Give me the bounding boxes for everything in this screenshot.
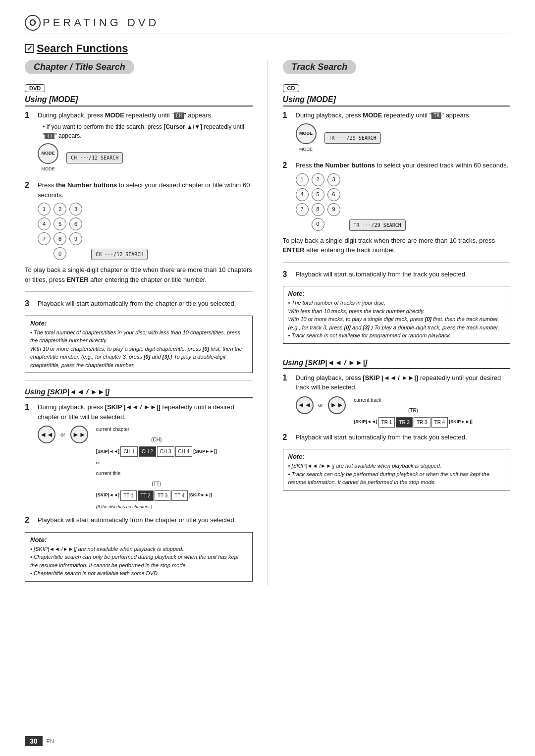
right-step-2: 2 Press the Number buttons to select you… (283, 161, 511, 231)
right-skip-1-text: During playback, press [SKIP |◄◄ / ►►|] … (296, 373, 511, 392)
right-skip-num-1: 1 (283, 373, 292, 382)
right-num-btn-5: 5 (312, 188, 324, 201)
num-btn-5: 5 (54, 217, 66, 230)
page-number: 30 (25, 736, 43, 746)
right-skip-rew-btn: ◄◄ (296, 396, 314, 414)
right-numpad-diagram: 1 2 3 4 5 6 7 8 9 0 (296, 173, 511, 231)
ch-row: [SKIP|◄◄] CH 1 CH 2 CH 3 CH 4 [SKIP►►|] (96, 446, 217, 457)
right-skip-btn-row: ◄◄ or ►► (296, 396, 346, 414)
right-note-text: • The total number of tracks in your dis… (288, 299, 505, 340)
left-skip-note-text: • [SKIP|◄◄ /►►|] are not available when … (30, 545, 247, 578)
right-skip-heading: Using [SKIP|◄◄ / ►►|] (283, 358, 511, 369)
right-column: Track Search CD Using [MODE] 1 During pl… (268, 60, 511, 586)
num-btn-7: 7 (38, 232, 51, 245)
skip-fwd-btn: ►► (70, 426, 88, 443)
step-3-text: Playback will start automatically from t… (38, 299, 253, 309)
right-num-btn-1: 1 (296, 173, 309, 186)
tr2-box: TR 2 (396, 417, 413, 428)
right-skip-2-content: Playback will start automatically from t… (296, 432, 511, 444)
right-skip-btn-group: ◄◄ or ►► (296, 396, 346, 414)
section-title: Search Functions (25, 42, 510, 55)
ch4-box: CH 4 (175, 446, 193, 457)
tr-row: [SKIP|◄◄] TR 1 TR 2 TR 3 TR 4 [SKIP►►|] (354, 417, 472, 428)
ch1-box: CH 1 (120, 446, 138, 457)
left-step-1: 1 During playback, press MODE repeatedly… (25, 110, 253, 175)
right-step-num-2: 2 (283, 161, 292, 170)
numpad-grid: 1 2 3 4 5 6 7 8 9 0 (38, 203, 83, 260)
right-num-btn-3: 3 (327, 173, 340, 186)
skip-step-1-content: During playback, press [SKIP |◄◄ / ►►|] … (38, 402, 253, 510)
skip-step-1-text: During playback, press [SKIP |◄◄ / ►►|] … (38, 402, 253, 422)
right-skip-note-text: • [SKIP|◄◄ /►►|] are not available when … (288, 462, 505, 486)
page-footer: 30 EN (25, 736, 54, 746)
right-skip-num-2: 2 (283, 432, 292, 442)
right-step-2-text: Press the Number buttons to select your … (296, 161, 511, 170)
skip-btn-row: ◄◄ or ►► (38, 426, 88, 443)
right-step-1: 1 During playback, press MODE repeatedly… (283, 110, 511, 156)
num-btn-2: 2 (54, 203, 66, 216)
ch2-box: CH 2 (139, 446, 156, 457)
step-num-3: 3 (25, 299, 34, 308)
skip-step-num-2: 2 (25, 515, 34, 525)
tt-arrow: (TT) (96, 480, 217, 487)
num-btn-6: 6 (69, 217, 82, 230)
step-num-2: 2 (25, 180, 34, 190)
ch-arrow: (CH) (96, 436, 217, 443)
right-skip-fwd-btn: ►► (328, 396, 346, 414)
tr1-box: TR 1 (378, 417, 395, 428)
right-skip-1-content: During playback, press [SKIP |◄◄ / ►►|] … (296, 373, 511, 428)
ch3-box: CH 3 (157, 446, 174, 457)
section-title-text: Search Functions (37, 42, 128, 55)
right-skip-diagram: ◄◄ or ►► current track (TR) [SKIP|◄◄] TR… (296, 396, 511, 428)
right-step-3-content: Playback will start automatically from t… (296, 270, 511, 281)
skip-step-num-1: 1 (25, 402, 34, 412)
right-numpad-grid: 1 2 3 4 5 6 7 8 9 0 (296, 173, 341, 231)
right-note-box: Note: • The total number of tracks in yo… (283, 286, 511, 344)
left-skip-step-2: 2 Playback will start automatically from… (25, 515, 253, 527)
right-step-num-1: 1 (283, 110, 292, 120)
num-btn-9: 9 (69, 232, 82, 245)
track-search-header: Track Search (283, 60, 357, 74)
right-num-btn-9: 9 (327, 203, 340, 216)
tt-row: [SKIP|◄◄] TT 1 TT 2 TT 3 TT 4 [SKIP►►|] (96, 490, 217, 501)
right-note-title: Note: (288, 290, 505, 297)
right-step-3: 3 Playback will start automatically from… (283, 270, 511, 281)
no-chapters-label: (If the disc has no chapters.) (96, 504, 217, 511)
step-2-text: Press the Number buttons to select your … (38, 180, 253, 200)
chapter-track-diagram: current chapter (CH) [SKIP|◄◄] CH 1 CH 2… (96, 426, 217, 510)
step-num-1: 1 (25, 110, 34, 120)
chapter-title-search-header: Chapter / Title Search (25, 60, 134, 74)
right-skip-note-title: Note: (288, 453, 505, 460)
right-sep-line-1 (283, 262, 511, 263)
left-note-title: Note: (30, 320, 247, 327)
left-mode-heading: Using [MODE] (25, 95, 253, 107)
step-2-note-text: To play back a single-digit chapter or t… (25, 265, 253, 284)
skip-step-2-content: Playback will start automatically from t… (38, 515, 253, 527)
left-step-3: 3 Playback will start automatically from… (25, 299, 253, 311)
right-mode-heading: Using [MODE] (283, 95, 511, 107)
right-skip-step-1: 1 During playback, press [SKIP |◄◄ / ►►|… (283, 373, 511, 428)
tt4-box: TT 4 (171, 490, 187, 501)
right-num-btn-4: 4 (296, 188, 309, 201)
right-num-btn-7: 7 (296, 203, 309, 216)
right-step-2-content: Press the Number buttons to select your … (296, 161, 511, 231)
right-mode-diagram: MODE MODE TR ···/29 SEARCH (296, 123, 511, 153)
right-step-1-content: During playback, press MODE repeatedly u… (296, 110, 511, 156)
header-title: PERATING DVD (43, 16, 159, 29)
left-skip-note-box: Note: • [SKIP|◄◄ /►►|] are not available… (25, 532, 253, 582)
right-or-label: or (319, 401, 323, 409)
right-sep-line-2 (283, 351, 511, 351)
current-chapter-label: current chapter (96, 426, 217, 433)
right-mode-button: MODE (296, 123, 317, 144)
right-skip-2-text: Playback will start automatically from t… (296, 432, 511, 442)
dvd-badge: DVD (25, 84, 45, 92)
tr3-box: TR 3 (414, 417, 430, 428)
right-step-num-3: 3 (283, 270, 292, 279)
right-screen-1: TR ···/29 SEARCH (324, 132, 381, 144)
header-bar: O PERATING DVD (25, 15, 510, 34)
right-track-diagram: current track (TR) [SKIP|◄◄] TR 1 TR 2 T… (354, 396, 472, 428)
num-btn-0: 0 (54, 247, 66, 260)
lang-label: EN (47, 738, 54, 744)
step-1-sub: If you want to perform the title search,… (38, 122, 253, 140)
page: O PERATING DVD Search Functions Chapter … (0, 0, 535, 756)
